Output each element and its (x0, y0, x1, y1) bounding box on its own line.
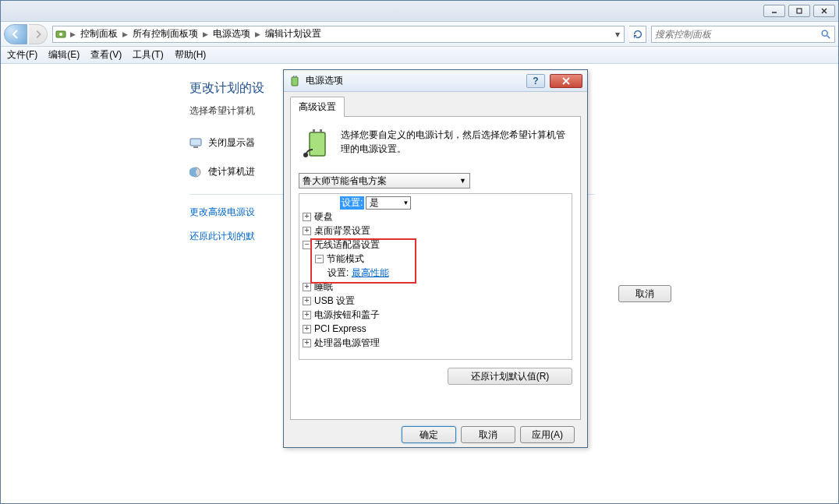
tree-row-pci[interactable]: +PCI Express (299, 322, 572, 336)
dialog-close-button[interactable] (550, 74, 582, 88)
svg-line-7 (827, 35, 830, 38)
dialog-titlebar[interactable]: 电源选项 ? (284, 70, 587, 92)
tree-row-power-button[interactable]: +电源按钮和盖子 (299, 308, 572, 322)
nav-forward-button[interactable] (29, 24, 48, 44)
tree-row-sleep[interactable]: +睡眠 (299, 280, 572, 294)
svg-rect-16 (310, 132, 325, 156)
tree-row-cpu[interactable]: +处理器电源管理 (299, 336, 572, 350)
titlebar (1, 1, 838, 22)
svg-point-6 (822, 30, 827, 36)
option-sleep-label: 使计算机进 (208, 165, 255, 178)
close-button[interactable] (813, 5, 835, 17)
expand-icon[interactable]: + (303, 311, 311, 319)
search-input[interactable] (655, 29, 820, 40)
collapse-icon[interactable]: − (315, 255, 324, 263)
tree-label: USB 设置 (314, 294, 355, 308)
chevron-right-icon: ▶ (253, 30, 262, 38)
dialog-apply-button[interactable]: 应用(A) (520, 426, 575, 443)
menu-file[interactable]: 文件(F) (7, 48, 37, 62)
ps-setting-label: 设置: (327, 266, 349, 280)
svg-rect-18 (320, 129, 322, 133)
plan-select[interactable]: 鲁大师节能省电方案 ▼ (299, 173, 470, 189)
dialog-header: 选择您要自定义的电源计划，然后选择您希望计算机管理的电源设置。 (299, 125, 572, 162)
expand-icon[interactable]: + (303, 339, 311, 347)
tree-row-setting-top[interactable]: 设置: 是 ▼ (299, 196, 572, 210)
arrow-left-icon (10, 29, 21, 40)
chevron-right-icon: ▶ (201, 30, 210, 38)
monitor-icon (189, 137, 202, 150)
chevron-right-icon: ▶ (69, 30, 77, 38)
tree-row-desktop-bg[interactable]: +桌面背景设置 (299, 224, 572, 238)
expand-icon[interactable]: + (303, 325, 311, 333)
tab-strip: 高级设置 (290, 97, 581, 117)
svg-rect-17 (313, 129, 315, 133)
close-icon (561, 77, 571, 85)
svg-point-5 (59, 33, 62, 36)
expand-icon[interactable]: + (303, 297, 311, 305)
breadcrumb: ▶ 控制面板 ▶ 所有控制面板项 ▶ 电源选项 ▶ 编辑计划设置 (69, 26, 324, 42)
svg-point-19 (303, 153, 308, 157)
expand-icon[interactable]: + (303, 283, 311, 291)
search-box[interactable] (651, 26, 835, 43)
crumb-all-items[interactable]: 所有控制面板项 (129, 26, 201, 42)
main-cancel-button[interactable]: 取消 (618, 285, 671, 302)
plan-select-value: 鲁大师节能省电方案 (303, 174, 387, 188)
refresh-button[interactable] (629, 26, 646, 43)
tree-row-ps-setting[interactable]: 设置: 最高性能 (299, 266, 572, 280)
menu-view[interactable]: 查看(V) (90, 48, 122, 62)
navigation-bar: ▶ 控制面板 ▶ 所有控制面板项 ▶ 电源选项 ▶ 编辑计划设置 ▾ (1, 22, 838, 47)
tree-row-usb[interactable]: +USB 设置 (299, 294, 572, 308)
collapse-icon[interactable]: − (303, 241, 311, 249)
tree-label: 节能模式 (327, 252, 364, 266)
maximize-button[interactable] (788, 5, 810, 17)
crumb-edit-plan[interactable]: 编辑计划设置 (262, 26, 324, 42)
arrow-right-icon (34, 30, 43, 39)
content-left-spacer (1, 65, 189, 503)
dialog-help-button[interactable]: ? (526, 74, 545, 88)
tree-row-wireless[interactable]: −无线适配器设置 (299, 238, 572, 252)
dialog-ok-button[interactable]: 确定 (402, 426, 456, 443)
svg-rect-1 (797, 9, 802, 13)
expand-icon[interactable]: + (303, 227, 311, 235)
address-dropdown[interactable]: ▾ (610, 26, 624, 42)
tree-label: 电源按钮和盖子 (314, 308, 380, 322)
crumb-power-options[interactable]: 电源选项 (210, 26, 253, 42)
battery-plug-icon (302, 128, 333, 159)
minimize-button[interactable] (763, 5, 785, 17)
setting-label-selected: 设置: (340, 196, 364, 210)
tree-label: 处理器电源管理 (314, 337, 380, 350)
dialog-body: 高级设置 选择您要自定义的电源计划，然后选择您希望计算机管理的电源设置。 鲁大师… (284, 92, 587, 449)
settings-tree[interactable]: 设置: 是 ▼ +硬盘 +桌面背景设置 −无线适配器设置 −节能模式 设置: 最… (299, 193, 572, 360)
dialog-description: 选择您要自定义的电源计划，然后选择您希望计算机管理的电源设置。 (341, 128, 569, 159)
menu-bar: 文件(F) 编辑(E) 查看(V) 工具(T) 帮助(H) (1, 47, 838, 64)
ps-setting-value[interactable]: 最高性能 (352, 266, 389, 280)
crumb-control-panel[interactable]: 控制面板 (77, 26, 121, 42)
nav-back-button[interactable] (4, 24, 27, 44)
menu-tools[interactable]: 工具(T) (133, 48, 163, 62)
chevron-down-icon: ▼ (459, 177, 466, 185)
svg-rect-11 (292, 77, 298, 86)
setting-combo[interactable]: 是 ▼ (366, 196, 411, 210)
tree-row-hdd[interactable]: +硬盘 (299, 210, 572, 224)
refresh-icon (632, 29, 643, 40)
expand-icon[interactable]: + (303, 213, 311, 221)
menu-help[interactable]: 帮助(H) (175, 48, 207, 62)
main-window: ▶ 控制面板 ▶ 所有控制面板项 ▶ 电源选项 ▶ 编辑计划设置 ▾ 文件(F)… (0, 0, 839, 504)
setting-combo-value: 是 (370, 196, 379, 210)
moon-icon (189, 166, 202, 178)
tab-content: 选择您要自定义的电源计划，然后选择您希望计算机管理的电源设置。 鲁大师节能省电方… (290, 116, 581, 420)
tree-label: PCI Express (314, 323, 366, 334)
address-bar[interactable]: ▶ 控制面板 ▶ 所有控制面板项 ▶ 电源选项 ▶ 编辑计划设置 ▾ (52, 26, 625, 43)
svg-rect-13 (296, 76, 297, 78)
tab-advanced[interactable]: 高级设置 (290, 97, 345, 117)
menu-edit[interactable]: 编辑(E) (48, 48, 80, 62)
restore-defaults-button[interactable]: 还原计划默认值(R) (448, 368, 572, 385)
control-panel-icon (53, 28, 69, 41)
dialog-cancel-button[interactable]: 取消 (461, 426, 515, 443)
tree-label: 无线适配器设置 (314, 238, 380, 252)
svg-rect-12 (293, 76, 295, 78)
search-icon (820, 29, 831, 40)
dialog-title: 电源选项 (306, 74, 522, 87)
tree-row-power-saving-mode[interactable]: −节能模式 (299, 252, 572, 266)
svg-rect-9 (193, 146, 198, 148)
